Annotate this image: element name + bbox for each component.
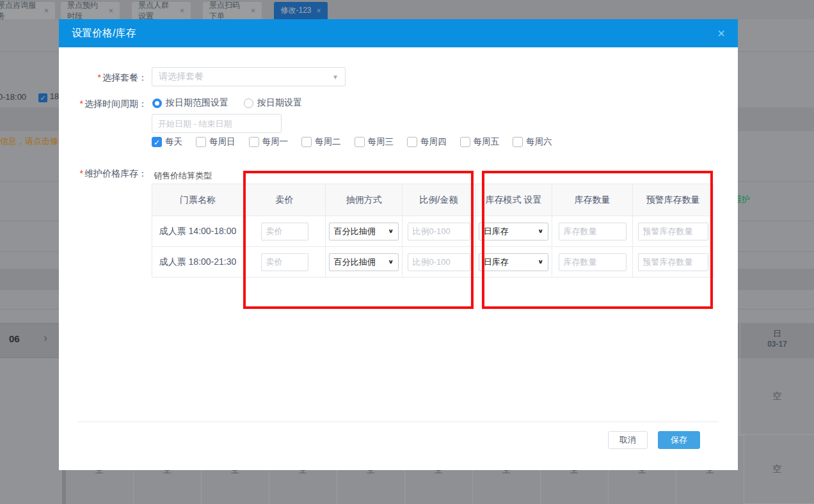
weekday-checkbox-group: ✓ 每天 每周日 每周一 每周二 每周三 每周四 每周五 每周六	[152, 136, 552, 148]
commission-mode-select[interactable]: 百分比抽佣 ∨	[329, 223, 399, 240]
checkbox-icon[interactable]	[249, 137, 259, 147]
warn-stock-input[interactable]	[638, 253, 708, 271]
close-icon[interactable]: ×	[717, 27, 725, 40]
checkbox-icon[interactable]	[355, 137, 365, 147]
checkbox-label: 每周二	[315, 136, 341, 148]
col-commission-mode: 抽佣方式	[326, 184, 403, 216]
ratio-input[interactable]	[408, 253, 470, 271]
price-input[interactable]	[261, 223, 308, 240]
checkbox-label: 每周三	[368, 136, 394, 148]
checkbox-label: 每周六	[526, 136, 552, 148]
stock-mode-select[interactable]: 日库存 ∨	[479, 223, 548, 240]
ticket-name: 成人票 14:00-18:00	[152, 216, 244, 247]
period-radio-group: 按日期范围设置 按日期设置	[152, 97, 302, 109]
col-stock-qty: 库存数量	[552, 184, 633, 216]
chevron-down-icon: ∨	[388, 258, 394, 265]
ticket-name: 成人票 18:00-21:30	[152, 247, 244, 278]
checkbox-icon[interactable]	[196, 137, 206, 147]
table-header-row: 门票名称 卖价 抽佣方式 比例/金额 库存模式 设置 库存数量 预警库存数量	[152, 184, 714, 216]
price-stock-table: 门票名称 卖价 抽佣方式 比例/金额 库存模式 设置 库存数量 预警库存数量 成…	[152, 184, 714, 278]
checkbox-sunday[interactable]: 每周日	[196, 136, 235, 148]
ratio-input[interactable]	[408, 223, 470, 240]
footer-divider	[78, 421, 719, 422]
col-sell-price: 卖价	[244, 184, 326, 216]
stock-qty-input[interactable]	[559, 223, 626, 240]
select-value: 日库存	[484, 226, 509, 237]
checkbox-icon[interactable]	[460, 137, 470, 147]
price-stock-dialog: 设置价格/库存 × *选择套餐： 请选择套餐 ▼ *选择时间周期： 按日期范围设…	[59, 19, 738, 470]
date-range-input[interactable]	[152, 114, 282, 133]
radio-date-range[interactable]: 按日期范围设置	[152, 97, 228, 109]
price-input[interactable]	[261, 253, 308, 271]
checkbox-icon[interactable]	[407, 137, 417, 147]
stock-mode-select[interactable]: 日库存 ∨	[479, 253, 548, 271]
checkbox-label: 每周日	[209, 136, 235, 148]
radio-label: 按日期设置	[257, 97, 302, 109]
radio-unselected-icon[interactable]	[244, 98, 253, 108]
checkbox-icon[interactable]	[513, 137, 523, 147]
required-mark: *	[98, 72, 101, 83]
dialog-title: 设置价格/库存	[72, 27, 136, 40]
settlement-type-text: 销售价结算类型	[154, 170, 212, 182]
checkbox-wednesday[interactable]: 每周三	[355, 136, 394, 148]
package-select[interactable]: 请选择套餐 ▼	[152, 67, 346, 86]
required-mark: *	[80, 168, 83, 178]
select-value: 日库存	[484, 256, 509, 268]
checkbox-everyday[interactable]: ✓ 每天	[152, 136, 182, 148]
checkbox-label: 每周一	[262, 136, 289, 148]
warn-stock-input[interactable]	[638, 223, 708, 240]
cancel-button[interactable]: 取消	[608, 431, 648, 449]
save-button[interactable]: 保存	[658, 431, 700, 449]
checkbox-label: 每天	[165, 136, 182, 148]
chevron-down-icon: ∨	[388, 228, 394, 234]
checkbox-thursday[interactable]: 每周四	[407, 136, 447, 148]
checkbox-label: 每周五	[474, 136, 500, 148]
checkbox-tuesday[interactable]: 每周二	[301, 136, 341, 148]
package-select-placeholder: 请选择套餐	[159, 71, 204, 83]
chevron-down-icon: ▼	[332, 74, 339, 81]
commission-mode-select[interactable]: 百分比抽佣 ∨	[329, 253, 399, 271]
col-ratio-amount: 比例/金额	[403, 184, 475, 216]
checkbox-label: 每周四	[420, 136, 447, 148]
checkbox-checked-icon[interactable]: ✓	[152, 137, 162, 147]
table-row: 成人票 18:00-21:30 百分比抽佣 ∨ 日库存 ∨	[152, 247, 714, 278]
table-row: 成人票 14:00-18:00 百分比抽佣 ∨ 日库存 ∨	[152, 216, 714, 247]
required-mark: *	[80, 98, 83, 109]
radio-by-date[interactable]: 按日期设置	[244, 97, 302, 109]
package-label: *选择套餐：	[59, 72, 147, 84]
radio-selected-icon[interactable]	[152, 98, 162, 108]
chevron-down-icon: ∨	[538, 228, 543, 234]
chevron-down-icon: ∨	[538, 258, 543, 265]
checkbox-monday[interactable]: 每周一	[249, 136, 289, 148]
maintain-label: *维护价格库存：	[59, 168, 147, 180]
checkbox-icon[interactable]	[301, 137, 312, 147]
col-ticket-name: 门票名称	[152, 184, 244, 216]
stock-qty-input[interactable]	[559, 253, 626, 271]
select-value: 百分比抽佣	[334, 226, 376, 237]
col-warn-stock-qty: 预警库存数量	[633, 184, 714, 216]
period-label: *选择时间周期：	[59, 98, 147, 110]
radio-label: 按日期范围设置	[166, 97, 228, 109]
dialog-header: 设置价格/库存 ×	[59, 19, 738, 47]
checkbox-saturday[interactable]: 每周六	[513, 136, 552, 148]
col-stock-mode: 库存模式 设置	[475, 184, 552, 216]
select-value: 百分比抽佣	[334, 256, 376, 268]
checkbox-friday[interactable]: 每周五	[460, 136, 500, 148]
